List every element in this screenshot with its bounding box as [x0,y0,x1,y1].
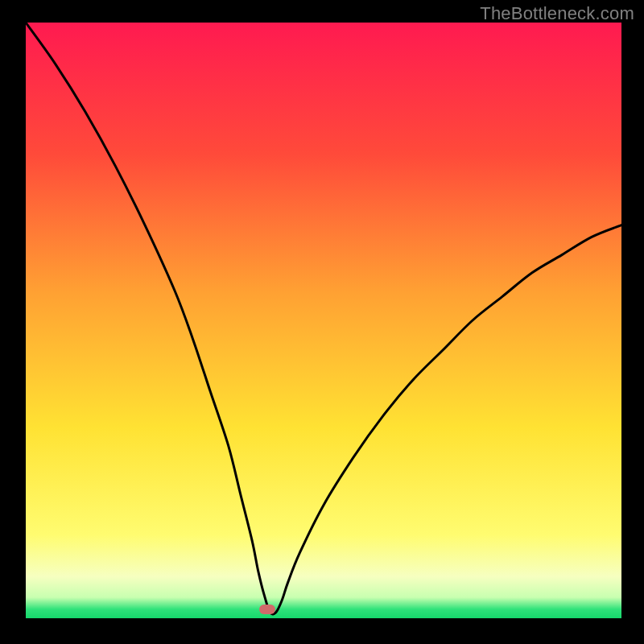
plot-area [26,23,621,618]
bottleneck-curve [26,23,621,618]
optimum-marker [259,605,275,614]
watermark-text: TheBottleneck.com [480,3,634,24]
chart-frame: TheBottleneck.com [0,0,644,644]
